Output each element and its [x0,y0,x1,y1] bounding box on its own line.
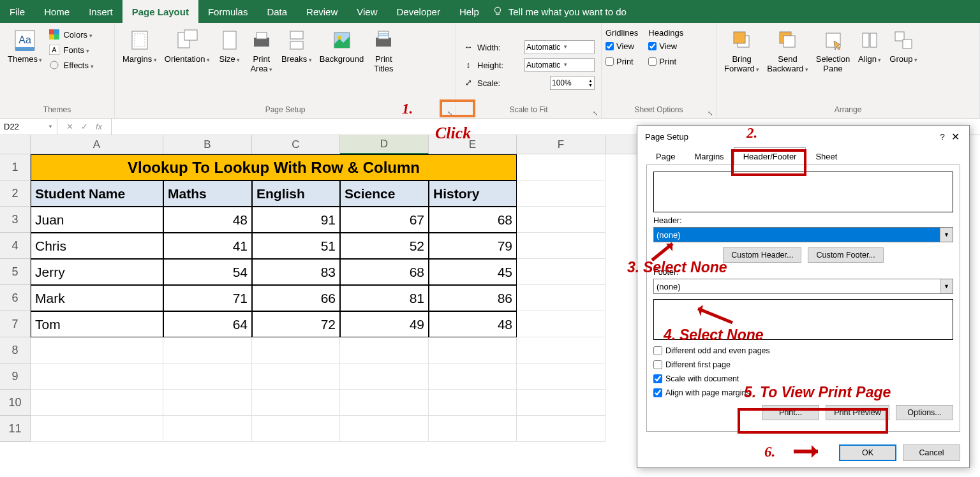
cell[interactable] [429,363,517,390]
gridlines-print-checkbox[interactable]: Print [605,54,638,68]
data-cell[interactable]: Chris [31,233,163,259]
data-cell[interactable]: 83 [252,259,340,285]
data-cell[interactable]: Tom [31,311,163,337]
data-cell[interactable]: 68 [429,207,517,233]
rowhead-7[interactable]: 7 [0,311,31,337]
selection-pane-button[interactable]: Selection Pane [812,26,854,77]
header-cell[interactable]: Student Name [31,180,163,207]
menu-home[interactable]: Home [34,0,79,23]
header-cell[interactable]: Maths [163,180,252,207]
menu-data[interactable]: Data [257,0,297,23]
data-cell[interactable]: 91 [252,207,340,233]
data-cell[interactable]: 41 [163,233,252,259]
margins-button[interactable]: Margins [119,26,161,67]
cell[interactable] [340,363,429,390]
data-cell[interactable]: 49 [340,311,429,337]
chk-odd-even[interactable]: Different odd and even pages [653,344,953,358]
send-backward-button[interactable]: Send Backward [763,26,812,77]
cell[interactable] [429,390,517,416]
title-cell[interactable]: Vlookup To Lookup With Row & Column [31,154,517,180]
chk-align-margins[interactable]: Align with page margins [653,386,953,400]
dlg-tab-margins[interactable]: Margins [685,147,733,165]
dlg-print-preview-button[interactable]: Print Preview [826,405,889,420]
rowhead-4[interactable]: 4 [0,233,31,259]
cell[interactable] [340,390,429,416]
cell[interactable] [517,285,605,311]
print-titles-button[interactable]: Print Titles [368,26,399,77]
enter-formula-icon[interactable]: ✓ [77,122,92,131]
page-setup-launcher[interactable]: ⤡ [445,108,454,117]
cell[interactable] [163,390,252,416]
tellme-search[interactable]: Tell me what you want to do [489,0,627,23]
scale-launcher[interactable]: ⤡ [591,108,600,117]
rowhead-9[interactable]: 9 [0,363,31,390]
data-cell[interactable]: 72 [252,311,340,337]
menu-formulas[interactable]: Formulas [198,0,258,23]
chk-first-page[interactable]: Different first page [653,358,953,372]
width-combo[interactable]: Automatic▼ [524,40,595,54]
cell[interactable] [517,311,605,337]
headings-view-checkbox[interactable]: View [648,39,683,53]
cell[interactable] [252,416,340,442]
cell[interactable] [517,154,605,180]
rowhead-3[interactable]: 3 [0,207,31,233]
cell[interactable] [340,416,429,442]
cell[interactable] [252,390,340,416]
dialog-close-button[interactable]: ✕ [949,131,961,143]
colhead-A[interactable]: A [31,135,163,154]
menu-file[interactable]: File [0,0,34,23]
cell[interactable] [517,390,605,416]
cell[interactable] [517,259,605,285]
data-cell[interactable]: 52 [340,233,429,259]
data-cell[interactable]: 48 [163,207,252,233]
print-area-button[interactable]: Print Area [246,26,278,77]
cell[interactable] [429,337,517,363]
colhead-F[interactable]: F [517,135,605,154]
menu-help[interactable]: Help [450,0,489,23]
size-button[interactable]: Size [214,26,246,67]
rowhead-2[interactable]: 2 [0,180,31,207]
dialog-help-button[interactable]: ? [936,132,949,142]
cell[interactable] [517,363,605,390]
cell[interactable] [429,416,517,442]
data-cell[interactable]: 81 [340,285,429,311]
data-cell[interactable]: 54 [163,259,252,285]
cell[interactable] [31,390,163,416]
colhead-E[interactable]: E [429,135,517,154]
custom-header-button[interactable]: Custom Header... [723,247,801,263]
dlg-print-button[interactable]: Print... [762,405,819,420]
dlg-tab-sheet[interactable]: Sheet [806,147,847,165]
data-cell[interactable]: 51 [252,233,340,259]
data-cell[interactable]: 48 [429,311,517,337]
name-box[interactable]: D22▼ [0,119,57,135]
header-select[interactable]: (none)▼ [653,227,953,242]
breaks-button[interactable]: Breaks [278,26,316,67]
headings-print-checkbox[interactable]: Print [648,54,683,68]
dlg-tab-header-footer[interactable]: Header/Footer [734,147,806,165]
scale-spinbox[interactable]: 100%▲▼ [550,76,595,90]
cell[interactable] [517,180,605,207]
themes-button[interactable]: Aa Themes [4,26,46,67]
rowhead-6[interactable]: 6 [0,285,31,311]
cell[interactable] [31,416,163,442]
cell[interactable] [252,337,340,363]
colhead-D[interactable]: D [340,135,429,154]
fx-icon[interactable]: fx [92,122,106,131]
data-cell[interactable]: 79 [429,233,517,259]
cell[interactable] [517,337,605,363]
data-cell[interactable]: 68 [340,259,429,285]
select-all-corner[interactable] [0,135,31,154]
data-cell[interactable]: Juan [31,207,163,233]
cell[interactable] [31,363,163,390]
rowhead-11[interactable]: 11 [0,416,31,442]
data-cell[interactable]: 45 [429,259,517,285]
data-cell[interactable]: Mark [31,285,163,311]
header-cell[interactable]: History [429,180,517,207]
menu-review[interactable]: Review [297,0,347,23]
data-cell[interactable]: 66 [252,285,340,311]
rowhead-1[interactable]: 1 [0,154,31,180]
chk-scale-with-doc[interactable]: Scale with document [653,372,953,386]
align-button[interactable]: Align [854,26,886,67]
data-cell[interactable]: 86 [429,285,517,311]
effects-button[interactable]: Effects [46,57,96,73]
